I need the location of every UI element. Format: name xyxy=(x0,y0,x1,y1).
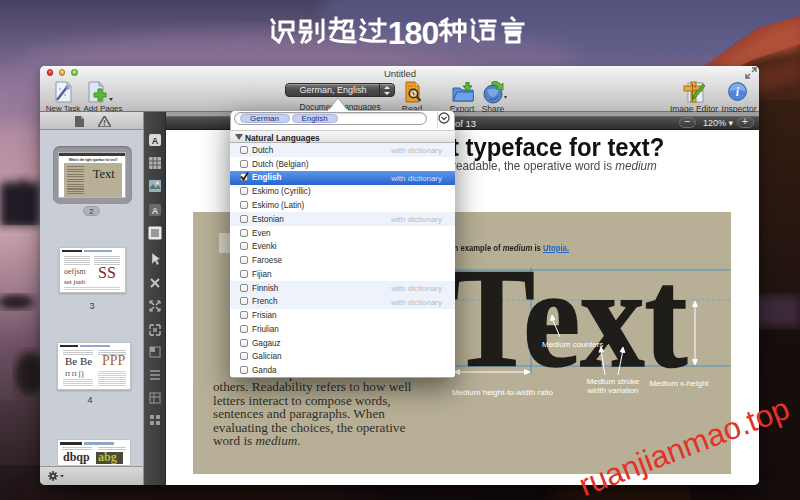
svg-text:Medium stroke: Medium stroke xyxy=(587,377,640,386)
svg-text:Medium counters: Medium counters xyxy=(542,340,603,349)
svg-text:Medium height-to-width ratio: Medium height-to-width ratio xyxy=(452,388,553,397)
svg-text:Text: Text xyxy=(449,239,687,397)
svg-text:180: 180 xyxy=(388,15,439,51)
svg-text:Medium x-height: Medium x-height xyxy=(649,379,709,388)
svg-text:width variation: width variation xyxy=(586,386,638,395)
svg-text:A: A xyxy=(152,206,159,216)
svg-text:A: A xyxy=(152,136,159,146)
